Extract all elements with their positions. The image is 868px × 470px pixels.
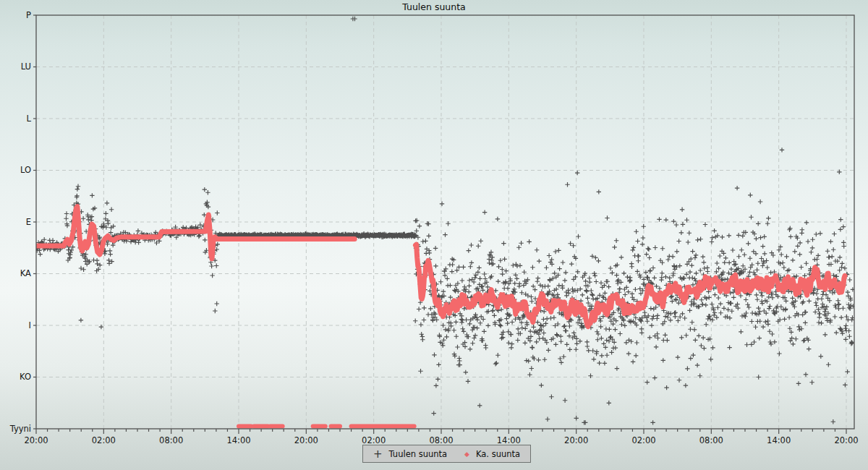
x-axis-label: 20:00 — [560, 435, 593, 445]
chart-legend: + Tuulen suunta ◆ Ka. suunta — [362, 445, 531, 463]
x-axis-label: 20:00 — [289, 435, 323, 445]
y-axis-label: KO — [0, 372, 31, 383]
x-axis-label: 08:00 — [694, 435, 728, 445]
y-axis-label: P — [0, 10, 31, 21]
x-axis-label: 08:00 — [155, 435, 188, 445]
x-axis-label: 20:00 — [20, 435, 53, 445]
x-axis-label: 14:00 — [222, 435, 255, 445]
legend-label-wind-direction: Tuulen suunta — [389, 449, 447, 459]
y-axis-label: Tyyni — [0, 424, 31, 435]
chart-canvas — [0, 0, 868, 470]
y-axis-label: I — [0, 320, 31, 331]
x-axis-label: 20:00 — [830, 435, 863, 445]
y-axis-label: E — [0, 217, 31, 228]
x-axis-label: 02:00 — [357, 435, 391, 445]
x-axis-label: 02:00 — [87, 435, 120, 445]
x-axis-label: 14:00 — [762, 435, 796, 445]
legend-label-average-direction: Ka. suunta — [476, 449, 520, 459]
y-axis-label: LO — [0, 165, 31, 176]
x-axis-label: 14:00 — [492, 435, 525, 445]
y-axis-label: L — [0, 114, 31, 124]
y-axis-label: LU — [0, 61, 31, 72]
x-axis-label: 08:00 — [425, 435, 458, 445]
x-axis-label: 02:00 — [627, 435, 660, 445]
plus-marker-icon: + — [373, 450, 383, 458]
y-axis-label: KA — [0, 268, 31, 279]
diamond-marker-icon: ◆ — [464, 450, 469, 458]
wind-direction-chart-window: Tuulen suunta PLULLOEKAIKOTyyni20:0002:0… — [0, 0, 868, 470]
